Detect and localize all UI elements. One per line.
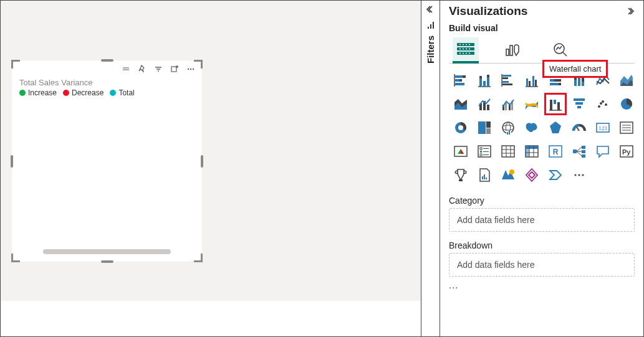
filters-pane-collapsed[interactable]: Filters <box>421 1 440 336</box>
visualizations-pane: Visualizations Build visual Waterfall ch… <box>440 1 643 336</box>
visual-placeholder[interactable]: Total Sales Variance Increase Decrease T… <box>11 60 203 262</box>
matrix-icon[interactable] <box>521 141 542 162</box>
decomposition-tree-icon[interactable] <box>569 141 590 162</box>
ribbon-chart-icon[interactable] <box>521 93 542 115</box>
arcgis-maps-icon[interactable] <box>497 164 519 186</box>
field-well-breakdown[interactable]: Add data fields here <box>449 253 635 277</box>
svg-rect-74 <box>550 100 552 110</box>
scatter-chart-icon[interactable] <box>592 93 613 115</box>
svg-rect-116 <box>526 146 538 149</box>
svg-point-22 <box>466 49 467 50</box>
get-more-visuals-icon[interactable] <box>569 164 590 186</box>
build-visual-label: Build visual <box>449 23 635 33</box>
waterfall-chart-icon[interactable] <box>545 93 566 115</box>
svg-point-81 <box>602 100 604 103</box>
resize-handle-top[interactable] <box>101 59 113 62</box>
svg-rect-78 <box>575 102 583 105</box>
shape-map-icon[interactable] <box>545 117 566 138</box>
svg-rect-48 <box>502 83 512 85</box>
grip-icon[interactable] <box>121 64 131 74</box>
tooltip-waterfall: Waterfall chart <box>542 60 608 78</box>
table-icon[interactable] <box>497 141 519 162</box>
svg-rect-34 <box>463 75 466 78</box>
pie-chart-icon[interactable] <box>616 93 637 115</box>
legend-increase-label: Increase <box>28 88 57 97</box>
q-and-a-icon[interactable] <box>592 141 613 162</box>
svg-rect-132 <box>459 179 463 181</box>
multi-row-card-icon[interactable] <box>616 117 637 138</box>
svg-point-9 <box>193 69 194 70</box>
more-fields-indicator: ··· <box>449 282 635 292</box>
svg-point-86 <box>458 125 463 130</box>
clustered-bar-chart-icon[interactable] <box>497 70 519 91</box>
svg-rect-133 <box>482 176 483 179</box>
key-influencers-icon[interactable] <box>450 164 471 186</box>
clustered-column-chart-icon[interactable] <box>521 70 542 91</box>
resize-handle-tr[interactable] <box>194 60 203 69</box>
svg-rect-29 <box>510 45 512 55</box>
svg-rect-33 <box>455 75 463 78</box>
power-apps-icon[interactable] <box>521 164 542 186</box>
svg-point-137 <box>574 174 576 176</box>
svg-point-138 <box>578 174 580 176</box>
svg-rect-36 <box>459 79 462 82</box>
svg-text:Py: Py <box>622 148 631 156</box>
svg-rect-63 <box>578 77 580 86</box>
svg-rect-46 <box>502 77 508 79</box>
tab-format[interactable] <box>500 37 526 63</box>
resize-handle-bottom[interactable] <box>101 260 113 263</box>
svg-rect-37 <box>455 83 464 85</box>
treemap-icon[interactable] <box>474 117 495 138</box>
python-visual-icon[interactable]: Py <box>616 141 637 162</box>
svg-text:123: 123 <box>598 125 607 131</box>
tab-analytics[interactable] <box>547 37 574 63</box>
svg-rect-108 <box>480 154 482 156</box>
svg-rect-106 <box>480 151 482 153</box>
area-chart-icon[interactable] <box>616 70 637 91</box>
resize-handle-tl[interactable] <box>11 60 20 69</box>
funnel-chart-icon[interactable] <box>569 93 590 115</box>
expand-icon[interactable] <box>625 6 635 16</box>
svg-rect-61 <box>574 80 577 86</box>
paginated-report-icon[interactable] <box>474 164 495 186</box>
legend-increase-dot <box>19 90 26 96</box>
resize-handle-left[interactable] <box>11 155 13 168</box>
filled-map-icon[interactable] <box>521 117 542 138</box>
tab-build[interactable] <box>453 37 479 64</box>
filter-icon[interactable] <box>153 64 163 74</box>
line-and-stacked-column-chart-icon[interactable] <box>474 93 495 115</box>
svg-rect-40 <box>479 76 482 78</box>
map-icon[interactable] <box>497 117 519 138</box>
svg-rect-39 <box>479 78 482 87</box>
legend-decrease-label: Decrease <box>72 88 103 97</box>
resize-handle-right[interactable] <box>201 155 203 168</box>
svg-rect-89 <box>486 128 491 134</box>
focus-mode-icon[interactable] <box>170 64 180 74</box>
svg-rect-75 <box>554 100 556 104</box>
svg-rect-124 <box>582 146 585 149</box>
r-script-visual-icon[interactable]: R <box>545 141 566 162</box>
power-automate-icon[interactable] <box>545 164 566 186</box>
svg-rect-65 <box>582 82 584 86</box>
resize-handle-br[interactable] <box>194 254 203 262</box>
svg-rect-41 <box>483 81 486 87</box>
svg-point-21 <box>463 49 464 50</box>
svg-rect-50 <box>526 78 528 87</box>
svg-line-127 <box>577 147 582 151</box>
pin-icon[interactable] <box>137 64 147 74</box>
visual-scrollbar[interactable] <box>43 249 171 254</box>
line-and-clustered-column-chart-icon[interactable] <box>497 93 519 115</box>
stacked-bar-chart-icon[interactable] <box>450 70 471 91</box>
kpi-icon[interactable] <box>450 141 471 162</box>
svg-rect-125 <box>582 150 585 153</box>
stacked-column-chart-icon[interactable] <box>474 70 495 91</box>
card-icon[interactable]: 123 <box>592 117 613 138</box>
report-canvas[interactable]: Total Sales Variance Increase Decrease T… <box>1 1 421 336</box>
field-well-category[interactable]: Add data fields here <box>449 208 635 232</box>
stacked-area-chart-icon[interactable] <box>450 93 471 115</box>
resize-handle-bl[interactable] <box>11 254 20 262</box>
collapse-icon[interactable] <box>426 4 436 14</box>
slicer-icon[interactable] <box>474 141 495 162</box>
gauge-icon[interactable] <box>569 117 590 138</box>
donut-chart-icon[interactable] <box>450 117 471 138</box>
